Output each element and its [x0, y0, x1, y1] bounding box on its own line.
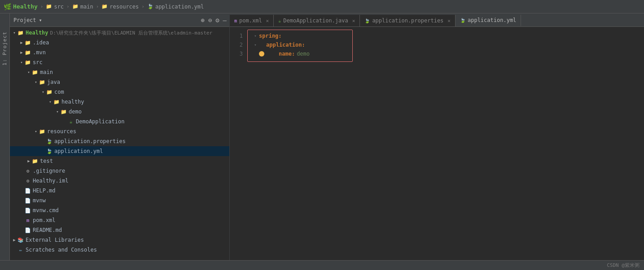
tab-application-properties[interactable]: 🍃application.properties✕	[360, 15, 456, 26]
tree-arrow-src[interactable]: ▾	[19, 60, 24, 65]
tree-item-application-properties[interactable]: 🍃application.properties	[10, 136, 229, 146]
fold-icon-line-1[interactable]: ▾	[253, 33, 258, 39]
tree-arrow-healthy[interactable]: ▾	[48, 100, 53, 104]
tree-item-mvnw[interactable]: 📄mvnw	[10, 196, 229, 205]
tree-icon-mvnw: 📄	[24, 197, 31, 204]
breadcrumb-folder-icon-3: 📁	[101, 4, 108, 9]
tree-arrow-test[interactable]: ▶	[26, 159, 31, 163]
editor-tabs-bar: mpom.xml✕☕DemoApplication.java✕🍃applicat…	[230, 13, 644, 27]
tree-item-pom-xml[interactable]: mpom.xml	[10, 215, 229, 225]
breadcrumb-resources-label: resources	[110, 4, 139, 10]
tree-icon-test: 📁	[31, 157, 39, 165]
token-key-spring: spring:	[259, 31, 282, 40]
tree-item-idea[interactable]: ▶📁.idea	[10, 38, 229, 48]
tree-item-help-md[interactable]: 📄HELP.md	[10, 186, 229, 196]
sidebar-header: Project ▾ ⊕ ⊖ ⚙ —	[10, 13, 229, 27]
tree-label-scratches: Scratches and Consoles	[26, 247, 97, 253]
tab-DemoApplication[interactable]: ☕DemoApplication.java✕	[274, 15, 360, 26]
tree-item-healthy-iml[interactable]: ⚙Healthy.iml	[10, 176, 229, 186]
tab-close-pom[interactable]: ✕	[266, 18, 269, 24]
tree-item-application-yml[interactable]: 🍃application.yml	[10, 146, 229, 156]
tree-item-DemoApplication[interactable]: ☕DemoApplication	[10, 117, 229, 126]
project-panel-dropdown-icon[interactable]: ▾	[39, 17, 42, 23]
tree-arrow-java[interactable]: ▾	[33, 80, 39, 84]
tree-item-healthy[interactable]: ▾📁healthy	[10, 97, 229, 107]
tree-item-external-libs[interactable]: ▶📚External Libraries	[10, 235, 229, 245]
tree-item-test[interactable]: ▶📁test	[10, 156, 229, 166]
code-editor[interactable]: ▾spring:▾application:name: demo	[245, 27, 644, 63]
tree-icon-scratches: ✏	[17, 246, 24, 253]
tree-label-mvnw: mvnw	[33, 197, 46, 204]
tree-icon-healthy: 📁	[53, 98, 60, 105]
app-logo: 🌿 Healthy	[4, 3, 38, 10]
tree-arrow-mvn[interactable]: ▶	[19, 50, 24, 55]
breadcrumb-resources: 📁 resources	[101, 4, 139, 10]
tree-icon-healthy-iml: ⚙	[24, 177, 31, 184]
tree-label-healthy: healthy	[61, 99, 84, 105]
project-panel-toggle[interactable]: 1: Project	[0, 13, 10, 260]
outer-layout: 1: Project Project ▾ ⊕ ⊖ ⚙ — ▾📁HealthyD:…	[0, 13, 644, 260]
tab-pom[interactable]: mpom.xml✕	[230, 15, 274, 26]
locate-action-icon[interactable]: ⊕	[201, 17, 204, 24]
hide-action-icon[interactable]: —	[223, 17, 227, 24]
tree-icon-resources: 📁	[39, 128, 46, 135]
sidebar-header-title: Project ▾	[13, 17, 42, 23]
settings-action-icon[interactable]: ⚙	[215, 17, 219, 24]
tab-label-application-yml: application.yml	[468, 17, 516, 23]
tree-label-application-yml: application.yml	[54, 148, 103, 154]
tree-item-root[interactable]: ▾📁HealthyD:\研究生文件夹\练手项目\ELADMIN 后台管理系统\e…	[10, 28, 229, 38]
bulb-icon-line-3[interactable]	[259, 51, 264, 57]
project-sidebar: Project ▾ ⊕ ⊖ ⚙ — ▾📁HealthyD:\研究生文件夹\练手项…	[10, 13, 230, 260]
tree-arrow-com[interactable]: ▾	[40, 90, 46, 94]
code-scroll-area[interactable]: ▾spring:▾application:name: demo	[245, 27, 644, 260]
tree-arrow-main[interactable]: ▾	[26, 70, 31, 74]
breadcrumb-yaml-icon: 🍃	[147, 4, 153, 9]
breadcrumb-sep-3: ›	[96, 4, 99, 9]
tree-arrow-external-libs[interactable]: ▶	[12, 238, 17, 242]
tree-label-external-libs: External Libraries	[26, 237, 84, 243]
title-bar: 🌿 Healthy › 📁 src › 📁 main › 📁 resources…	[0, 0, 644, 13]
tree-item-com[interactable]: ▾📁com	[10, 87, 229, 97]
tree-icon-external-libs: 📚	[17, 236, 24, 244]
tree-arrow-idea[interactable]: ▶	[19, 40, 24, 45]
tree-item-mvn[interactable]: ▶📁.mvn	[10, 48, 229, 57]
tree-item-java[interactable]: ▾📁java	[10, 77, 229, 87]
tree-icon-com: 📁	[46, 88, 53, 96]
fold-icon-line-2[interactable]: ▾	[253, 42, 258, 48]
tree-label-java: java	[47, 79, 60, 85]
breadcrumb-src: 📁 src	[46, 4, 64, 10]
tree-item-mvnw-cmd[interactable]: 📄mvnw.cmd	[10, 205, 229, 215]
tree-item-main[interactable]: ▾📁main	[10, 67, 229, 77]
editor-area: mpom.xml✕☕DemoApplication.java✕🍃applicat…	[230, 13, 644, 260]
tree-arrow-resources[interactable]: ▾	[33, 129, 39, 134]
tree-icon-root: 📁	[17, 29, 24, 36]
tree-icon-application-properties: 🍃	[46, 138, 53, 145]
tree-item-readme[interactable]: 📄README.md	[10, 225, 229, 235]
tree-label-test: test	[40, 158, 53, 164]
tree-item-gitignore[interactable]: ⚙.gitignore	[10, 166, 229, 176]
app-name: Healthy	[13, 3, 38, 10]
tree-icon-idea: 📁	[24, 39, 31, 46]
tree-label-DemoApplication: DemoApplication	[76, 118, 124, 125]
tree-icon-src: 📁	[24, 59, 31, 66]
tree-label-com: com	[54, 89, 64, 95]
project-toggle-label[interactable]: 1: Project	[2, 31, 8, 65]
tree-label-idea: .idea	[33, 39, 49, 46]
project-tree: ▾📁HealthyD:\研究生文件夹\练手项目\ELADMIN 后台管理系统\e…	[10, 27, 229, 260]
tree-arrow-root[interactable]: ▾	[12, 30, 17, 35]
watermark-text: CSDN @紫米粥	[607, 262, 640, 269]
tree-item-scratches[interactable]: ✏Scratches and Consoles	[10, 245, 229, 255]
tree-label-help-md: HELP.md	[33, 187, 56, 194]
tab-close-DemoApplication[interactable]: ✕	[352, 18, 355, 24]
tab-close-application-properties[interactable]: ✕	[447, 18, 451, 24]
tree-label-demo: demo	[69, 109, 82, 115]
tree-item-demo[interactable]: ▾📁demo	[10, 107, 229, 117]
tree-item-resources[interactable]: ▾📁resources	[10, 126, 229, 136]
tree-arrow-demo[interactable]: ▾	[55, 109, 60, 114]
tab-application-yml[interactable]: 🍃application.yml	[456, 15, 521, 26]
tree-item-src[interactable]: ▾📁src	[10, 57, 229, 67]
code-line-1: ▾spring:	[253, 31, 644, 40]
tab-label-DemoApplication: DemoApplication.java	[283, 17, 348, 24]
breadcrumb-sep-2: ›	[66, 4, 70, 9]
collapse-action-icon[interactable]: ⊖	[208, 17, 212, 24]
